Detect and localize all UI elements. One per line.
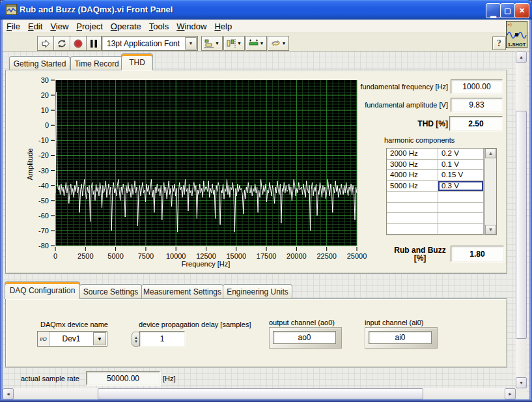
maximize-button[interactable]: ▢ — [500, 3, 515, 18]
actual-sample-rate-value: 50000.00 — [86, 371, 160, 385]
daqmx-device-name-value: Dev1 — [49, 334, 93, 343]
menu-project[interactable]: Project — [72, 20, 106, 33]
menu-tools[interactable]: Tools — [145, 20, 173, 33]
table-scrollbar[interactable]: ▲ ▼ — [484, 149, 496, 235]
svg-text:5000: 5000 — [107, 252, 123, 260]
resize-grip[interactable] — [516, 388, 527, 399]
table-scroll-up-icon[interactable]: ▲ — [485, 149, 496, 158]
minimize-button[interactable]: ▁ — [486, 3, 501, 18]
tab-getting-started[interactable]: Getting Started — [9, 56, 70, 70]
table-cell[interactable] — [438, 203, 484, 214]
svg-text:2500: 2500 — [77, 252, 93, 260]
font-selector-dropdown-arrow[interactable]: ▼ — [185, 37, 197, 50]
scroll-left-icon[interactable]: ◄ — [3, 388, 14, 399]
harmonic-components-table[interactable]: ▲ ▼ 2000 Hz0.2 V3000 Hz0.1 V4000 Hz0.15 … — [386, 148, 497, 235]
tab-engineering-units[interactable]: Engineering Units — [223, 284, 292, 299]
table-cell[interactable]: 2000 Hz — [387, 149, 438, 160]
input-channel-value[interactable]: ai0 — [369, 331, 432, 344]
reorder-objects-icon — [271, 39, 281, 48]
horizontal-scroll-thumb[interactable] — [98, 388, 423, 399]
table-scroll-down-icon[interactable]: ▼ — [485, 225, 496, 235]
table-cell[interactable] — [387, 192, 438, 203]
tab-measurement-settings[interactable]: Measurement Settings — [141, 284, 223, 299]
minimize-icon: ▁ — [490, 9, 496, 18]
table-cell[interactable]: 0.3 V — [438, 181, 484, 192]
table-cell[interactable]: 0.2 V — [438, 149, 484, 160]
table-cell[interactable] — [387, 213, 438, 224]
output-channel-box[interactable]: ao0 — [269, 327, 342, 349]
tab-daq-configuration[interactable]: DAQ Configuration — [5, 281, 80, 299]
resize-dropdown-arrow: ▼ — [260, 41, 264, 46]
scroll-down-icon[interactable]: ▼ — [516, 377, 527, 388]
run-continuously-button[interactable] — [53, 36, 70, 51]
output-channel-value[interactable]: ao0 — [273, 331, 336, 344]
table-cell[interactable] — [438, 192, 484, 203]
distribute-objects-icon — [227, 39, 236, 48]
menu-edit[interactable]: Edit — [24, 20, 46, 33]
scroll-up-icon[interactable]: ▲ — [516, 51, 527, 63]
vertical-scroll-thumb[interactable] — [516, 111, 527, 339]
fundamental-frequency-value[interactable]: 1000.00 — [451, 79, 503, 94]
menu-window[interactable]: Window — [173, 20, 210, 33]
input-channel-box[interactable]: ai0 — [365, 327, 438, 349]
svg-text:-80: -80 — [38, 242, 49, 250]
pause-button[interactable] — [86, 36, 102, 51]
rub-and-buzz-value[interactable]: 1.80 — [451, 246, 504, 262]
window-border-left[interactable] — [0, 18, 3, 402]
svg-text:10000: 10000 — [166, 252, 186, 260]
title-bar[interactable]: Rub and Buzz (DAQmx).vi Front Panel ▁ ▢ … — [0, 0, 532, 20]
rub-and-buzz-label: Rub and Buzz[%] — [391, 246, 449, 262]
font-selector[interactable]: 13pt Application Font ▼ — [102, 36, 198, 51]
actual-sample-rate-label: actual sample rate — [21, 375, 79, 382]
tab-thd[interactable]: THD — [121, 53, 153, 70]
table-cell[interactable]: 5000 Hz — [387, 181, 438, 192]
distribute-objects-button[interactable]: ▼ — [223, 36, 245, 51]
table-row — [387, 203, 496, 214]
fundamental-amplitude-value[interactable]: 9.83 — [451, 98, 503, 112]
menu-file[interactable]: File — [3, 20, 24, 33]
svg-text:12500: 12500 — [196, 252, 216, 260]
svg-text:-10: -10 — [38, 136, 49, 144]
tab-time-record[interactable]: Time Record — [70, 56, 123, 70]
menu-bar: FileEditViewProjectOperateToolsWindowHel… — [3, 20, 529, 33]
table-cell[interactable] — [438, 213, 484, 224]
svg-text:-50: -50 — [38, 197, 49, 205]
run-button[interactable] — [37, 36, 54, 51]
close-button[interactable]: ✕ — [514, 3, 529, 18]
align-objects-button[interactable]: ▼ — [201, 36, 223, 51]
io-glyph-icon: I/O — [38, 332, 49, 346]
table-cell[interactable] — [387, 203, 438, 214]
reorder-objects-button[interactable]: ▼ — [268, 36, 289, 51]
font-selector-value: 13pt Application Font — [102, 39, 185, 48]
daqmx-device-name-dropdown[interactable]: I/O Dev1 ▼ — [37, 331, 107, 347]
propagation-delay-value[interactable]: 1 — [139, 331, 185, 347]
svg-text:30: 30 — [41, 77, 49, 84]
table-cell[interactable]: 0.15 V — [438, 170, 484, 181]
run-arrow-icon — [41, 39, 50, 48]
resize-objects-button[interactable]: ▼ — [245, 36, 267, 51]
menu-operate[interactable]: Operate — [107, 20, 145, 33]
window-border-bottom[interactable] — [0, 399, 532, 402]
scroll-right-icon[interactable]: ► — [505, 388, 516, 399]
labview-front-panel-window: Rub and Buzz (DAQmx).vi Front Panel ▁ ▢ … — [0, 0, 532, 402]
svg-text:»): ») — [507, 22, 512, 27]
tab-source-settings[interactable]: Source Settings — [79, 284, 142, 299]
abort-icon — [74, 39, 83, 48]
menu-help[interactable]: Help — [210, 20, 236, 33]
abort-button[interactable] — [70, 36, 87, 51]
help-button[interactable]: ? — [492, 36, 506, 50]
table-cell[interactable] — [387, 224, 438, 235]
tab-getting-started-label: Getting Started — [14, 59, 66, 68]
pause-icon — [91, 40, 97, 48]
menu-view[interactable]: View — [46, 20, 72, 33]
thd-value[interactable]: 2.50 — [449, 116, 503, 131]
table-cell[interactable] — [438, 224, 484, 235]
table-cell[interactable]: 4000 Hz — [387, 170, 438, 181]
window-border-right[interactable] — [529, 18, 532, 402]
toolbar: 13pt Application Font ▼ ▼ ▼ ▼ ▼ ? — [3, 34, 529, 51]
vi-icon-1-shot[interactable]: ») 1-SHOT — [506, 21, 527, 48]
table-cell[interactable]: 0.1 V — [438, 160, 484, 171]
svg-text:17500: 17500 — [257, 252, 277, 260]
table-cell[interactable]: 3000 Hz — [387, 160, 438, 171]
device-dropdown-arrow[interactable]: ▼ — [93, 332, 106, 345]
